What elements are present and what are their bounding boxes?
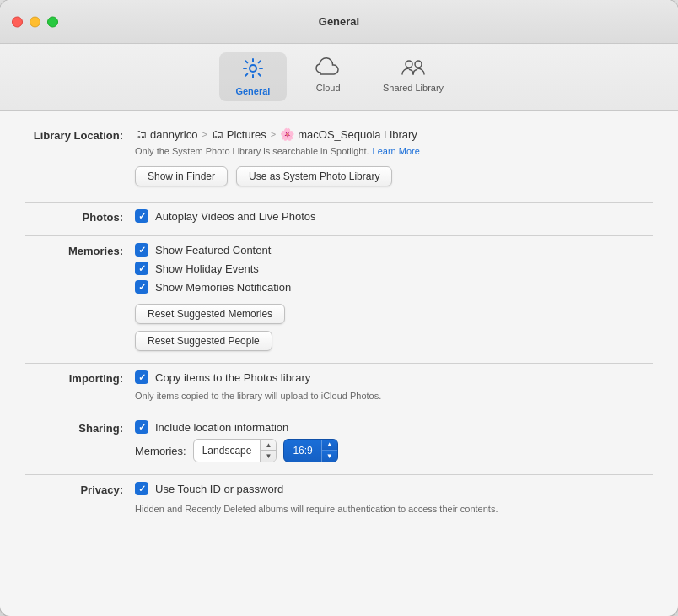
memories-orientation-row: Memories: Landscape ▲ ▼ 16:9 ▲	[135, 439, 653, 462]
divider-2	[25, 235, 653, 236]
reset-people-button[interactable]: Reset Suggested People	[135, 331, 272, 351]
featured-content-row: ✓ Show Featured Content	[135, 243, 653, 257]
touchid-label: Use Touch ID or password	[155, 483, 283, 495]
path-dannyrico: 🗂 dannyrico	[135, 127, 197, 141]
path-pictures: 🗂 Pictures	[212, 127, 266, 141]
privacy-content: ✓ Use Touch ID or password Hidden and Re…	[135, 482, 653, 516]
window-title: General	[319, 15, 359, 28]
ratio-down-button[interactable]: ▼	[322, 451, 337, 462]
path-arrow-2: >	[271, 129, 276, 139]
toolbar: General iCloud	[0, 44, 678, 111]
orientation-up-button[interactable]: ▲	[261, 440, 276, 451]
svg-point-2	[415, 61, 422, 68]
featured-content-label: Show Featured Content	[155, 244, 271, 257]
photos-content: ✓ Autoplay Videos and Live Photos	[135, 209, 653, 223]
check-icon-5: ✓	[138, 373, 146, 382]
touchid-row: ✓ Use Touch ID or password	[135, 482, 653, 495]
titlebar: General	[0, 0, 678, 44]
touchid-checkbox[interactable]: ✓	[135, 482, 148, 495]
tab-shared-library-label: Shared Library	[383, 83, 444, 93]
location-info-checkbox[interactable]: ✓	[135, 420, 148, 434]
close-button[interactable]	[12, 16, 23, 27]
importing-row: Importing: ✓ Copy items to the Photos li…	[25, 370, 653, 401]
ratio-buttons: ▲ ▼	[321, 440, 337, 462]
privacy-label: Privacy:	[25, 482, 135, 496]
location-info-row: ✓ Include location information	[135, 420, 653, 434]
divider-1	[25, 202, 653, 203]
copy-items-label: Copy items to the Photos library	[155, 371, 310, 384]
use-as-system-button[interactable]: Use as System Photo Library	[236, 166, 392, 186]
ratio-value: 16:9	[284, 442, 320, 459]
reset-memories-button[interactable]: Reset Suggested Memories	[135, 304, 285, 324]
tab-icloud-label: iCloud	[314, 83, 340, 93]
featured-content-checkbox[interactable]: ✓	[135, 243, 148, 257]
minimize-button[interactable]	[30, 16, 40, 27]
holiday-events-label: Show Holiday Events	[155, 262, 259, 275]
cloud-icon	[315, 57, 339, 79]
tab-general[interactable]: General	[219, 52, 287, 101]
sharing-content: ✓ Include location information Memories:…	[135, 420, 653, 462]
library-path: 🗂 dannyrico > 🗂 Pictures > 🌸 macOS_Sequo…	[135, 127, 653, 141]
check-icon-2: ✓	[138, 246, 146, 255]
ratio-spinner: 16:9 ▲ ▼	[283, 439, 337, 462]
orientation-value: Landscape	[194, 442, 261, 459]
touchid-note: Hidden and Recently Deleted albums will …	[135, 502, 506, 516]
orientation-select-wrapper: Landscape ▲ ▼	[193, 439, 277, 462]
tab-general-label: General	[235, 86, 270, 96]
holiday-events-row: ✓ Show Holiday Events	[135, 262, 653, 275]
sharing-row: Sharing: ✓ Include location information …	[25, 420, 653, 462]
tab-icloud[interactable]: iCloud	[293, 52, 361, 101]
divider-3	[25, 363, 653, 364]
shared-library-icon	[401, 57, 426, 79]
traffic-lights	[12, 16, 58, 27]
check-icon-7: ✓	[138, 484, 146, 494]
copy-items-row: ✓ Copy items to the Photos library	[135, 370, 653, 384]
autoplay-label: Autoplay Videos and Live Photos	[155, 210, 316, 223]
orientation-arrows: ▲ ▼	[260, 440, 276, 462]
folder-icon-2: 🗂	[212, 127, 223, 141]
memories-notification-label: Show Memories Notification	[155, 281, 291, 294]
learn-more-link[interactable]: Learn More	[373, 146, 420, 156]
memories-row: Memories: ✓ Show Featured Content ✓ Show…	[25, 243, 653, 351]
sharing-label: Sharing:	[25, 420, 135, 435]
autoplay-checkbox[interactable]: ✓	[135, 209, 148, 223]
autoplay-checkbox-row: ✓ Autoplay Videos and Live Photos	[135, 209, 653, 223]
ratio-up-button[interactable]: ▲	[322, 440, 337, 451]
svg-point-0	[250, 65, 256, 72]
copy-items-checkbox[interactable]: ✓	[135, 370, 148, 384]
content-area: Library Location: 🗂 dannyrico > 🗂 Pictur…	[0, 111, 678, 616]
memories-notification-row: ✓ Show Memories Notification	[135, 280, 653, 294]
svg-point-1	[406, 61, 412, 68]
memories-notification-checkbox[interactable]: ✓	[135, 280, 148, 294]
tab-shared-library[interactable]: Shared Library	[368, 52, 459, 101]
check-icon-3: ✓	[138, 264, 146, 273]
location-info-label: Include location information	[155, 421, 288, 434]
photos-row: Photos: ✓ Autoplay Videos and Live Photo…	[25, 209, 653, 224]
library-buttons: Show in Finder Use as System Photo Libra…	[135, 166, 653, 186]
orientation-down-button[interactable]: ▼	[261, 451, 276, 462]
memories-sharing-label: Memories:	[135, 445, 186, 457]
main-window: General General iCloud	[0, 0, 678, 616]
library-location-row: Library Location: 🗂 dannyrico > 🗂 Pictur…	[25, 127, 653, 190]
copy-items-note: Only items copied to the library will up…	[135, 391, 653, 401]
path-arrow-1: >	[202, 129, 207, 139]
check-icon-6: ✓	[138, 423, 146, 432]
divider-5	[25, 474, 653, 475]
maximize-button[interactable]	[47, 16, 58, 27]
path-library: 🌸 macOS_Sequoia Library	[280, 127, 417, 141]
memories-label: Memories:	[25, 243, 135, 257]
privacy-row: Privacy: ✓ Use Touch ID or password Hidd…	[25, 482, 653, 516]
library-location-content: 🗂 dannyrico > 🗂 Pictures > 🌸 macOS_Sequo…	[135, 127, 653, 190]
library-location-label: Library Location:	[25, 127, 135, 142]
check-icon-4: ✓	[138, 283, 146, 292]
photos-icon: 🌸	[280, 127, 294, 141]
folder-icon-1: 🗂	[135, 127, 147, 141]
check-icon: ✓	[138, 212, 146, 221]
holiday-events-checkbox[interactable]: ✓	[135, 262, 148, 275]
show-in-finder-button[interactable]: Show in Finder	[135, 166, 228, 186]
memories-content: ✓ Show Featured Content ✓ Show Holiday E…	[135, 243, 653, 351]
photos-label: Photos:	[25, 209, 135, 224]
importing-label: Importing:	[25, 370, 135, 385]
divider-4	[25, 413, 653, 413]
importing-content: ✓ Copy items to the Photos library Only …	[135, 370, 653, 401]
